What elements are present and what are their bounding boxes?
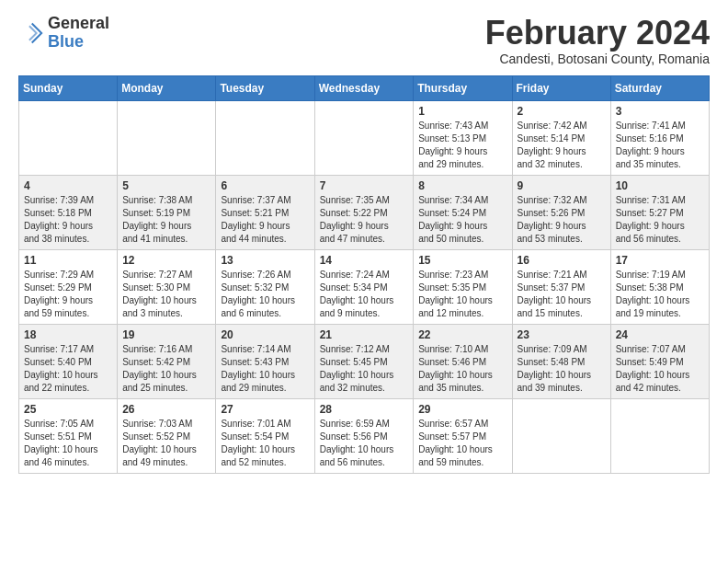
day-info: Sunrise: 7:14 AM Sunset: 5:43 PM Dayligh… <box>221 343 309 395</box>
day-info: Sunrise: 7:24 AM Sunset: 5:34 PM Dayligh… <box>320 269 409 320</box>
day-info: Sunrise: 7:32 AM Sunset: 5:26 PM Dayligh… <box>518 194 606 246</box>
day-info: Sunrise: 7:37 AM Sunset: 5:21 PM Dayligh… <box>221 194 309 246</box>
table-row: 7Sunrise: 7:35 AM Sunset: 5:22 PM Daylig… <box>314 175 414 249</box>
table-row <box>19 100 118 175</box>
day-info: Sunrise: 7:01 AM Sunset: 5:54 PM Dayligh… <box>221 418 309 469</box>
day-info: Sunrise: 7:34 AM Sunset: 5:24 PM Dayligh… <box>418 194 506 246</box>
day-info: Sunrise: 7:19 AM Sunset: 5:38 PM Dayligh… <box>616 269 704 320</box>
day-info: Sunrise: 7:39 AM Sunset: 5:18 PM Dayligh… <box>24 194 112 246</box>
day-number: 7 <box>320 179 409 192</box>
day-number: 29 <box>418 403 506 416</box>
day-info: Sunrise: 7:38 AM Sunset: 5:19 PM Dayligh… <box>122 194 210 246</box>
day-number: 11 <box>24 254 112 267</box>
calendar-header-row: Sunday Monday Tuesday Wednesday Thursday… <box>19 75 710 100</box>
day-info: Sunrise: 7:35 AM Sunset: 5:22 PM Dayligh… <box>320 194 409 246</box>
day-number: 8 <box>418 179 506 192</box>
day-info: Sunrise: 6:57 AM Sunset: 5:57 PM Dayligh… <box>418 418 506 469</box>
col-wednesday: Wednesday <box>314 75 414 100</box>
table-row: 24Sunrise: 7:07 AM Sunset: 5:49 PM Dayli… <box>610 324 709 398</box>
day-info: Sunrise: 7:43 AM Sunset: 5:13 PM Dayligh… <box>418 120 506 171</box>
table-row <box>118 100 216 175</box>
table-row: 20Sunrise: 7:14 AM Sunset: 5:43 PM Dayli… <box>216 324 314 398</box>
table-row <box>610 398 709 473</box>
day-number: 24 <box>616 328 704 341</box>
table-row: 25Sunrise: 7:05 AM Sunset: 5:51 PM Dayli… <box>19 398 118 473</box>
table-row: 29Sunrise: 6:57 AM Sunset: 5:57 PM Dayli… <box>414 398 512 473</box>
page-header: General Blue February 2024 Candesti, Bot… <box>18 15 710 66</box>
day-number: 19 <box>122 328 210 341</box>
day-number: 27 <box>221 403 309 416</box>
day-number: 17 <box>616 254 704 267</box>
day-number: 25 <box>24 403 112 416</box>
day-number: 13 <box>221 254 309 267</box>
table-row: 1Sunrise: 7:43 AM Sunset: 5:13 PM Daylig… <box>414 100 512 175</box>
table-row: 13Sunrise: 7:26 AM Sunset: 5:32 PM Dayli… <box>216 249 314 324</box>
day-number: 20 <box>221 328 309 341</box>
week-row-4: 18Sunrise: 7:17 AM Sunset: 5:40 PM Dayli… <box>19 324 710 398</box>
table-row: 16Sunrise: 7:21 AM Sunset: 5:37 PM Dayli… <box>512 249 610 324</box>
table-row: 8Sunrise: 7:34 AM Sunset: 5:24 PM Daylig… <box>414 175 512 249</box>
table-row: 26Sunrise: 7:03 AM Sunset: 5:52 PM Dayli… <box>118 398 216 473</box>
col-tuesday: Tuesday <box>216 75 314 100</box>
table-row: 15Sunrise: 7:23 AM Sunset: 5:35 PM Dayli… <box>414 249 512 324</box>
table-row: 27Sunrise: 7:01 AM Sunset: 5:54 PM Dayli… <box>216 398 314 473</box>
day-number: 12 <box>122 254 210 267</box>
day-number: 2 <box>518 105 606 118</box>
week-row-2: 4Sunrise: 7:39 AM Sunset: 5:18 PM Daylig… <box>19 175 710 249</box>
table-row: 28Sunrise: 6:59 AM Sunset: 5:56 PM Dayli… <box>314 398 414 473</box>
table-row <box>314 100 414 175</box>
day-info: Sunrise: 7:12 AM Sunset: 5:45 PM Dayligh… <box>320 343 409 395</box>
table-row: 5Sunrise: 7:38 AM Sunset: 5:19 PM Daylig… <box>118 175 216 249</box>
col-thursday: Thursday <box>414 75 512 100</box>
day-info: Sunrise: 7:26 AM Sunset: 5:32 PM Dayligh… <box>221 269 309 320</box>
table-row: 11Sunrise: 7:29 AM Sunset: 5:29 PM Dayli… <box>19 249 118 324</box>
table-row: 2Sunrise: 7:42 AM Sunset: 5:14 PM Daylig… <box>512 100 610 175</box>
day-number: 14 <box>320 254 409 267</box>
logo: General Blue <box>18 15 109 52</box>
day-info: Sunrise: 7:41 AM Sunset: 5:16 PM Dayligh… <box>616 120 704 171</box>
day-info: Sunrise: 7:10 AM Sunset: 5:46 PM Dayligh… <box>418 343 506 395</box>
day-number: 3 <box>616 105 704 118</box>
table-row <box>216 100 314 175</box>
table-row: 22Sunrise: 7:10 AM Sunset: 5:46 PM Dayli… <box>414 324 512 398</box>
day-info: Sunrise: 7:31 AM Sunset: 5:27 PM Dayligh… <box>616 194 704 246</box>
logo-icon <box>18 20 44 46</box>
day-info: Sunrise: 7:21 AM Sunset: 5:37 PM Dayligh… <box>518 269 606 320</box>
day-number: 5 <box>122 179 210 192</box>
day-info: Sunrise: 7:27 AM Sunset: 5:30 PM Dayligh… <box>122 269 210 320</box>
table-row: 19Sunrise: 7:16 AM Sunset: 5:42 PM Dayli… <box>118 324 216 398</box>
location-subtitle: Candesti, Botosani County, Romania <box>485 52 710 66</box>
title-area: February 2024 Candesti, Botosani County,… <box>485 15 710 66</box>
table-row: 23Sunrise: 7:09 AM Sunset: 5:48 PM Dayli… <box>512 324 610 398</box>
day-info: Sunrise: 7:42 AM Sunset: 5:14 PM Dayligh… <box>518 120 606 171</box>
day-info: Sunrise: 7:23 AM Sunset: 5:35 PM Dayligh… <box>418 269 506 320</box>
table-row <box>512 398 610 473</box>
table-row: 10Sunrise: 7:31 AM Sunset: 5:27 PM Dayli… <box>610 175 709 249</box>
day-info: Sunrise: 7:09 AM Sunset: 5:48 PM Dayligh… <box>518 343 606 395</box>
week-row-5: 25Sunrise: 7:05 AM Sunset: 5:51 PM Dayli… <box>19 398 710 473</box>
day-number: 9 <box>518 179 606 192</box>
week-row-3: 11Sunrise: 7:29 AM Sunset: 5:29 PM Dayli… <box>19 249 710 324</box>
calendar-table: Sunday Monday Tuesday Wednesday Thursday… <box>18 75 710 474</box>
day-number: 28 <box>320 403 409 416</box>
table-row: 21Sunrise: 7:12 AM Sunset: 5:45 PM Dayli… <box>314 324 414 398</box>
table-row: 17Sunrise: 7:19 AM Sunset: 5:38 PM Dayli… <box>610 249 709 324</box>
logo-blue: Blue <box>48 33 109 52</box>
day-number: 16 <box>518 254 606 267</box>
day-number: 26 <box>122 403 210 416</box>
month-title: February 2024 <box>485 15 710 52</box>
week-row-1: 1Sunrise: 7:43 AM Sunset: 5:13 PM Daylig… <box>19 100 710 175</box>
day-number: 15 <box>418 254 506 267</box>
table-row: 4Sunrise: 7:39 AM Sunset: 5:18 PM Daylig… <box>19 175 118 249</box>
col-saturday: Saturday <box>610 75 709 100</box>
day-number: 22 <box>418 328 506 341</box>
logo-general: General <box>48 15 109 33</box>
day-info: Sunrise: 7:16 AM Sunset: 5:42 PM Dayligh… <box>122 343 210 395</box>
day-number: 6 <box>221 179 309 192</box>
day-info: Sunrise: 7:17 AM Sunset: 5:40 PM Dayligh… <box>24 343 112 395</box>
col-friday: Friday <box>512 75 610 100</box>
day-number: 10 <box>616 179 704 192</box>
table-row: 3Sunrise: 7:41 AM Sunset: 5:16 PM Daylig… <box>610 100 709 175</box>
day-number: 18 <box>24 328 112 341</box>
day-info: Sunrise: 7:05 AM Sunset: 5:51 PM Dayligh… <box>24 418 112 469</box>
